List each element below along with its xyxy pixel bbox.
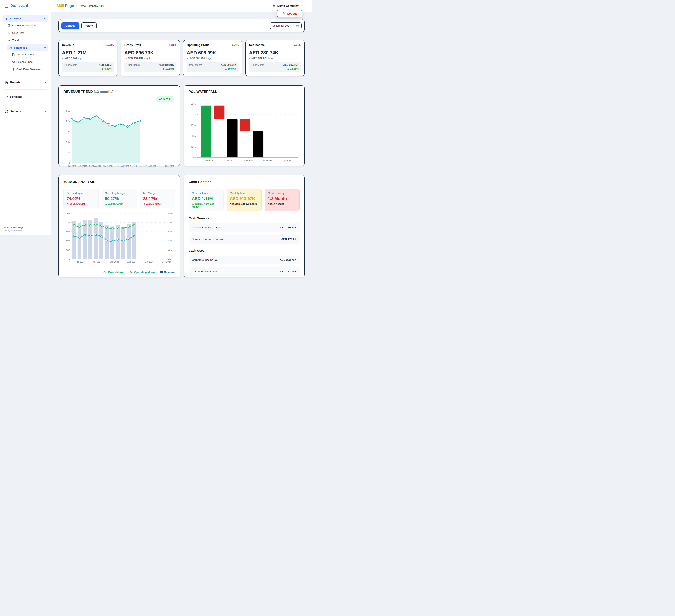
chevron-down-icon xyxy=(44,17,46,20)
sidebar-item-reports[interactable]: Reports xyxy=(3,77,48,87)
layers-icon xyxy=(9,46,12,49)
dollar-icon xyxy=(12,68,15,71)
sidebar-brand[interactable]: Dashboard xyxy=(0,0,51,12)
kpi-row: Revenue-19.23% AED 1.21M vs AED 1.5M tar… xyxy=(59,40,304,76)
cash-uses-heading: Cash Uses xyxy=(189,249,300,252)
sidebar-item-trend[interactable]: Trend xyxy=(3,37,48,44)
cash-tiles: Cash Balance AED 1.11M ▲ +3.89% from las… xyxy=(189,189,300,211)
svg-text:Sep-2024: Sep-2024 xyxy=(139,165,147,167)
pnl-waterfall-title: P&L WATERFALL xyxy=(189,90,300,94)
kpi-target: vs AED 908.62K target xyxy=(125,57,176,60)
tile-gross-margin: Gross Margin 74.02% ▼ vs 75% target xyxy=(63,189,98,208)
file-text-icon xyxy=(12,53,15,56)
tile-note: Action Needed xyxy=(268,203,296,205)
sidebar-item-balance-sheet[interactable]: Balance Sheet xyxy=(3,58,48,66)
legend-operating-margin: Operating Margin xyxy=(129,271,156,274)
svg-text:0%: 0% xyxy=(168,258,171,260)
margin-trend-chart: 00%0.3M20%0.6M40%0.9M60%1.2M80%1.5M100%F… xyxy=(63,212,175,264)
svg-text:1.2M: 1.2M xyxy=(66,221,70,224)
line-marker-icon xyxy=(102,271,106,273)
rights-text: All rights reserved xyxy=(4,229,47,232)
chevron-right-icon xyxy=(44,96,46,98)
revenue-trend-card: REVENUE TREND (12 months) 5.31% 00.3M0.6… xyxy=(59,85,180,166)
copyright-text: © 2025 Akili Edge xyxy=(4,226,47,229)
line-marker-icon xyxy=(129,271,133,273)
tile-label: Gross Margin xyxy=(67,192,95,195)
svg-text:0.5M: 0.5M xyxy=(192,135,196,137)
tab-yearly[interactable]: Yearly xyxy=(81,22,97,29)
trending-up-icon xyxy=(159,97,162,100)
sidebar-item-settings[interactable]: Settings xyxy=(3,106,48,117)
svg-text:0.9M: 0.9M xyxy=(66,131,70,133)
kpi-card-gross-profit: Gross Profit-1.31% AED 896.73K vs AED 90… xyxy=(121,40,180,76)
sidebar-footer: © 2025 Akili Edge All rights reserved xyxy=(0,224,51,235)
cash-position-title: Cash Position xyxy=(189,180,300,184)
tile-value: 50.27% xyxy=(105,196,134,201)
tile-note: ▼ vs 25% target xyxy=(143,203,172,205)
cash-use-row: Corporate Income Tax AED 233.75K xyxy=(189,256,300,264)
cash-position-card: Cash Position Cash Balance AED 1.11M ▲ +… xyxy=(184,175,304,277)
prior-label: Prior Month xyxy=(64,64,98,66)
svg-text:Jan-2024: Jan-2024 xyxy=(68,165,76,167)
logout-button[interactable]: Logout xyxy=(277,9,302,17)
tile-monthly-burn: Monthly Burn AED 913.67K Net cash outflo… xyxy=(227,189,261,211)
sidebar-item-key-financial-metrics[interactable]: Key Financial Metrics xyxy=(3,22,48,29)
svg-text:0.6M: 0.6M xyxy=(66,239,70,242)
tile-note: ▼ vs 75% target xyxy=(67,203,95,205)
sidebar-item-cash-flow-statement[interactable]: Cash Flow Statement xyxy=(3,66,48,73)
cash-use-label: Corporate Income Tax xyxy=(192,259,218,262)
sidebar-item-label: Forecast xyxy=(10,95,22,98)
tile-value: 23.17% xyxy=(143,196,172,201)
sidebar-item-label: Reports xyxy=(10,81,21,84)
svg-text:Mar-2024: Mar-2024 xyxy=(85,165,94,167)
sidebar-item-pnl-statement[interactable]: P&L Statement xyxy=(3,51,48,58)
tile-note: Net cash outflow/month xyxy=(230,203,258,205)
calendar-icon xyxy=(296,24,299,27)
kpi-card-operating-profit: Operating Profit0.54% AED 608.99K vs AED… xyxy=(183,40,242,76)
sidebar-item-cash-flow[interactable]: Cash Flow xyxy=(3,29,48,37)
prior-value: AED 1.15M xyxy=(98,64,111,66)
cash-uses-list: Corporate Income Tax AED 233.75K Cost of… xyxy=(189,256,300,276)
period-value: December 2024 xyxy=(272,24,291,27)
user-menu[interactable]: Demo Company xyxy=(272,4,303,8)
svg-text:Jun-2024: Jun-2024 xyxy=(110,261,119,263)
tab-monthly[interactable]: Monthly xyxy=(61,22,79,29)
svg-text:1M: 1M xyxy=(194,114,196,116)
home-icon xyxy=(4,4,8,8)
svg-text:60%: 60% xyxy=(168,231,172,233)
sidebar-item-label: Key Financial Metrics xyxy=(12,24,37,27)
kpi-title: Net Income xyxy=(249,43,265,47)
period-select[interactable]: December 2024 xyxy=(270,22,302,29)
prior-value: AED 508.04K xyxy=(221,64,236,66)
square-marker-icon xyxy=(160,271,163,273)
kpi-target: vs AED 605.75K target xyxy=(187,57,239,60)
trend-badge: 5.31% xyxy=(156,96,173,102)
svg-text:Apr-2024: Apr-2024 xyxy=(93,261,101,263)
kpi-delta: 0.54% xyxy=(232,44,238,46)
kpi-title: Revenue xyxy=(62,43,74,47)
sidebar-item-label: Settings xyxy=(10,110,21,113)
cash-use-value: AED 233.75K xyxy=(280,259,296,262)
cash-source-value: AED 472.2K xyxy=(281,237,296,241)
margin-analysis-card: MARGIN ANALYSIS Gross Margin 74.02% ▼ vs… xyxy=(59,175,180,277)
svg-text:Feb-2024: Feb-2024 xyxy=(76,261,84,263)
svg-text:COGS: COGS xyxy=(226,159,232,162)
sidebar-item-forecast[interactable]: Forecast xyxy=(3,92,48,102)
chart-legend: Gross Margin Operating Margin Revenue xyxy=(102,271,175,274)
chevron-right-icon xyxy=(44,110,46,113)
kpi-prior-box: Prior Month AED 1.15M ▲ 5.31% xyxy=(62,62,114,72)
cash-use-value: AED 121.19K xyxy=(280,270,296,273)
svg-text:Apr-2024: Apr-2024 xyxy=(94,165,103,167)
prior-value: AED 810.21K xyxy=(158,64,174,66)
tile-note: ▲ +3.89% from last month xyxy=(192,203,220,208)
tile-cash-balance: Cash Balance AED 1.11M ▲ +3.89% from las… xyxy=(189,189,224,211)
logout-icon xyxy=(283,12,285,15)
bar-chart-icon xyxy=(5,17,8,20)
cash-use-row: Cost of Raw Materials AED 121.19K xyxy=(189,267,300,276)
tile-value: 74.02% xyxy=(67,196,95,201)
sidebar-item-analytics[interactable]: Analytics xyxy=(3,15,48,22)
svg-text:0.75M: 0.75M xyxy=(191,124,196,127)
sidebar-item-financials[interactable]: Financials xyxy=(7,44,48,51)
tile-net-margin: Net Margin 23.17% ▼ vs 25% target xyxy=(140,189,175,208)
svg-text:1.5M: 1.5M xyxy=(66,110,70,112)
